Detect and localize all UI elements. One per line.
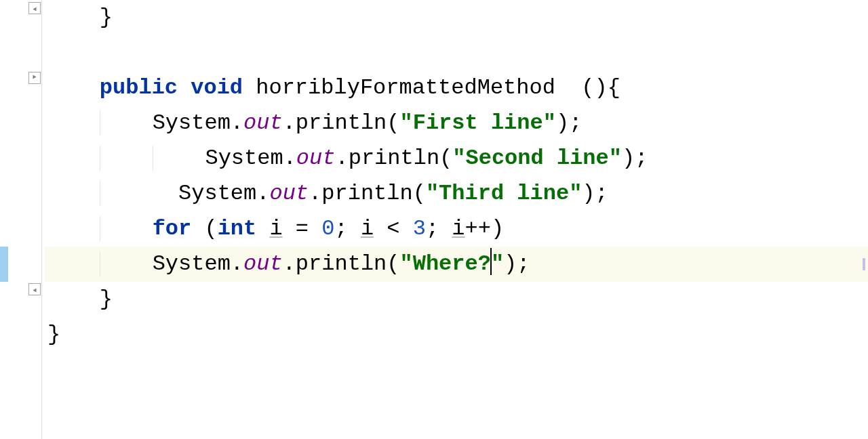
var-i: i <box>452 216 465 241</box>
ident-system: System <box>178 181 256 206</box>
string-literal: " <box>491 251 504 276</box>
code-line[interactable]: public void horriblyFormattedMethod (){ <box>45 70 868 106</box>
paren-semi: ); <box>504 251 530 276</box>
number-zero: 0 <box>321 216 334 241</box>
dot: . <box>283 110 296 135</box>
editor-gutter[interactable] <box>0 0 42 439</box>
field-out: out <box>269 181 309 206</box>
field-out: out <box>243 251 283 276</box>
paren-semi: ); <box>582 181 608 206</box>
paren-semi: ); <box>556 110 582 135</box>
string-literal: "Where? <box>399 251 490 276</box>
ident-println: println <box>349 146 439 171</box>
keyword-int: int <box>218 216 257 241</box>
ident-println: println <box>296 110 387 135</box>
punct: (){ <box>555 75 620 100</box>
dot: . <box>256 181 269 206</box>
dot: . <box>283 146 296 171</box>
ident-println: println <box>321 181 412 206</box>
fold-marker-icon[interactable] <box>28 283 41 295</box>
brace: } <box>47 322 60 347</box>
code-line[interactable]: for (int i = 0; i < 3; i++) <box>45 211 868 247</box>
semi: ; <box>334 216 360 241</box>
cursor-caret <box>490 248 492 275</box>
code-line[interactable]: } <box>45 282 868 317</box>
dot: . <box>231 110 243 135</box>
brace: } <box>100 287 113 312</box>
code-line[interactable]: System.out.println("Second line"); <box>45 141 868 176</box>
dot: . <box>283 251 296 276</box>
keyword-for: for <box>153 216 192 241</box>
paren: ( <box>413 181 426 206</box>
paren: ( <box>387 251 399 276</box>
ident-system: System <box>153 251 231 276</box>
eq: = <box>283 216 322 241</box>
field-out: out <box>243 110 283 135</box>
fold-marker-icon[interactable] <box>28 72 41 84</box>
fold-marker-icon[interactable] <box>28 2 41 14</box>
code-line[interactable]: } <box>45 0 868 35</box>
code-line[interactable]: System.out.println("First line"); <box>45 106 868 141</box>
method-name: horriblyFormattedMethod <box>256 75 555 100</box>
string-literal: "Second line" <box>452 146 622 171</box>
number-three: 3 <box>413 216 426 241</box>
ident-println: println <box>296 251 387 276</box>
code-line[interactable]: } <box>45 317 868 352</box>
code-line[interactable] <box>45 35 868 70</box>
brace: } <box>100 5 113 30</box>
code-line-highlighted[interactable]: System.out.println("Where?"); <box>45 247 868 282</box>
paren: ( <box>191 216 217 241</box>
string-literal: "First line" <box>399 110 555 135</box>
keyword-public: public <box>100 75 178 100</box>
paren-semi: ); <box>622 146 648 171</box>
var-i: i <box>269 216 282 241</box>
code-line[interactable]: System.out.println("Third line"); <box>45 176 868 211</box>
dot: . <box>335 146 348 171</box>
ident-system: System <box>153 110 231 135</box>
keyword-void: void <box>191 75 243 100</box>
code-editor[interactable]: } public void horriblyFormattedMethod ()… <box>42 0 868 439</box>
paren: ( <box>439 146 452 171</box>
paren: ( <box>387 110 399 135</box>
field-out: out <box>296 146 336 171</box>
ident-system: System <box>205 146 283 171</box>
dot: . <box>309 181 321 206</box>
var-i: i <box>361 216 374 241</box>
semi: ; <box>426 216 452 241</box>
lt: < <box>374 216 413 241</box>
string-literal: "Third line" <box>426 181 582 206</box>
dot: . <box>231 251 243 276</box>
inc-close: ++) <box>465 216 505 241</box>
